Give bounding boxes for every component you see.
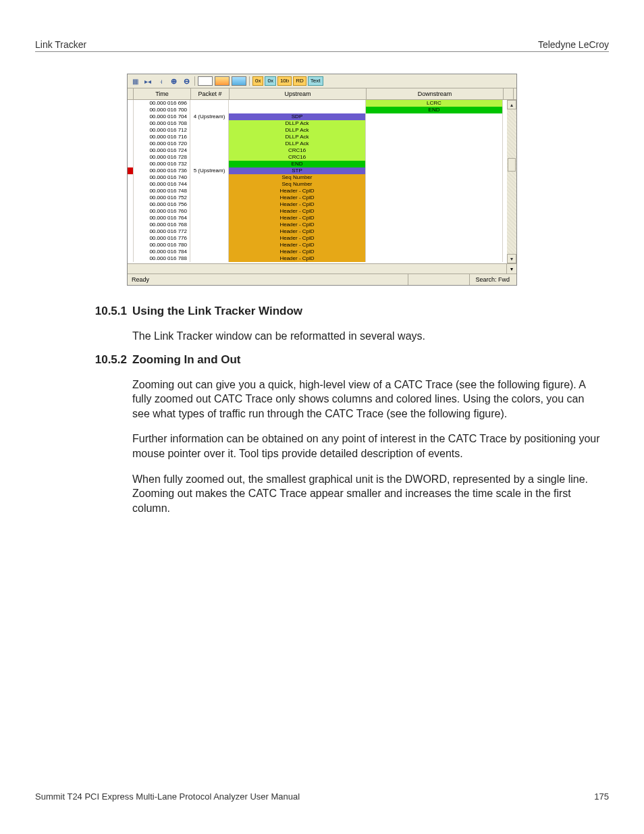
table-row[interactable]: 00.000 016 696LCRC <box>128 100 507 107</box>
hex-button-1[interactable]: 0x <box>252 76 263 86</box>
upstream-cell: Header - CplD <box>229 242 366 249</box>
upstream-cell: CRC16 <box>229 154 366 161</box>
table-row[interactable]: 00.000 016 744Seq Number <box>128 181 507 188</box>
table-row[interactable]: 00.000 016 7044 (Upstream)SDP <box>128 113 507 120</box>
row-marker <box>128 161 134 167</box>
grid-icon[interactable]: ▦ <box>129 76 141 86</box>
text-button[interactable]: Text <box>308 76 323 86</box>
paragraph: Zooming out can give you a quick, high-l… <box>132 377 603 421</box>
table-row[interactable]: 00.000 016 780Header - CplD <box>128 242 507 249</box>
table-row[interactable]: 00.000 016 748Header - CplD <box>128 188 507 194</box>
downstream-cell <box>366 208 503 215</box>
row-marker <box>128 134 134 140</box>
scroll-thumb[interactable] <box>508 158 516 172</box>
table-row[interactable]: 00.000 016 720DLLP Ack <box>128 140 507 147</box>
upstream-cell: Header - CplD <box>229 235 366 242</box>
packet-cell <box>190 120 229 127</box>
vertical-scrollbar[interactable]: ▴ ▾ <box>507 100 516 263</box>
packet-cell <box>190 174 229 181</box>
upstream-cell: END <box>229 161 366 167</box>
time-cell: 00.000 016 740 <box>134 174 190 181</box>
table-row[interactable]: 00.000 016 788Header - CplD <box>128 255 507 262</box>
packet-cell <box>190 194 229 201</box>
section-title: Zooming In and Out <box>132 353 241 367</box>
table-row[interactable]: 00.000 016 724CRC16 <box>128 147 507 154</box>
time-column-header[interactable]: Time <box>134 88 191 99</box>
upstream-cell: DLLP Ack <box>229 120 366 127</box>
table-row[interactable]: 00.000 016 784Header - CplD <box>128 249 507 255</box>
rd-button[interactable]: RD <box>293 76 306 86</box>
page-header: Link Tracker Teledyne LeCroy <box>35 39 609 52</box>
hex-button-2[interactable]: 0x <box>265 76 275 86</box>
separator <box>194 76 195 86</box>
time-cell: 00.000 016 716 <box>134 134 190 140</box>
section-number: 10.5.1 <box>35 305 132 318</box>
table-row[interactable]: 00.000 016 700END <box>128 107 507 113</box>
table-row[interactable]: 00.000 016 756Header - CplD <box>128 201 507 208</box>
link-tracker-window: ▦ ▸◂ ⫞ ⊕ ⊖ 0x 0x 10b RD Text Time Pa <box>127 74 517 286</box>
view-mode-2-button[interactable] <box>215 76 230 86</box>
upstream-cell: DLLP Ack <box>229 127 366 134</box>
downstream-cell <box>366 140 503 147</box>
packet-column-header[interactable]: Packet # <box>191 88 230 99</box>
upstream-cell: Header - CplD <box>229 255 366 262</box>
table-row[interactable]: 00.000 016 768Header - CplD <box>128 221 507 228</box>
view-mode-1-button[interactable] <box>198 76 213 86</box>
table-row[interactable]: 00.000 016 776Header - CplD <box>128 235 507 242</box>
zoom-in-icon[interactable]: ⊕ <box>167 76 180 86</box>
upstream-column-header[interactable]: Upstream <box>230 88 367 99</box>
table-row[interactable]: 00.000 016 732END <box>128 161 507 167</box>
packet-cell <box>190 107 229 113</box>
downstream-cell <box>366 167 503 174</box>
downstream-cell <box>366 215 503 221</box>
10b-button[interactable]: 10b <box>277 76 292 86</box>
downstream-cell <box>366 127 503 134</box>
scroll-right-button[interactable]: ▾ <box>506 264 516 273</box>
marker-column-header <box>128 88 134 99</box>
paragraph: When fully zoomed out, the smallest grap… <box>132 472 603 516</box>
table-row[interactable]: 00.000 016 752Header - CplD <box>128 194 507 201</box>
table-row[interactable]: 00.000 016 708DLLP Ack <box>128 120 507 127</box>
table-row[interactable]: 00.000 016 7365 (Upstream)STP <box>128 167 507 174</box>
downstream-cell <box>366 134 503 140</box>
marker-icon[interactable]: ▸◂ <box>142 76 154 86</box>
scroll-down-button[interactable]: ▾ <box>507 254 516 263</box>
downstream-cell <box>366 249 503 255</box>
upstream-cell: Header - CplD <box>229 215 366 221</box>
row-marker <box>128 107 134 113</box>
table-row[interactable]: 00.000 016 760Header - CplD <box>128 208 507 215</box>
time-cell: 00.000 016 736 <box>134 167 190 174</box>
table-row[interactable]: 00.000 016 740Seq Number <box>128 174 507 181</box>
packet-cell <box>190 181 229 188</box>
status-spacer <box>408 274 469 285</box>
view-mode-3-button[interactable] <box>232 76 246 86</box>
upstream-cell: STP <box>229 167 366 174</box>
columns-icon[interactable]: ⫞ <box>155 76 167 86</box>
time-cell: 00.000 016 732 <box>134 161 190 167</box>
downstream-column-header[interactable]: Downstream <box>367 88 504 99</box>
zoom-out-icon[interactable]: ⊖ <box>180 76 192 86</box>
row-marker <box>128 181 134 188</box>
row-marker <box>128 154 134 161</box>
table-row[interactable]: 00.000 016 712DLLP Ack <box>128 127 507 134</box>
downstream-cell <box>366 228 503 235</box>
horizontal-scrollbar[interactable]: ▾ <box>128 263 516 273</box>
packet-cell <box>190 127 229 134</box>
time-cell: 00.000 016 708 <box>134 120 190 127</box>
downstream-cell <box>366 188 503 194</box>
scroll-track[interactable] <box>507 109 516 254</box>
row-marker <box>128 174 134 181</box>
paragraph: Further information can be obtained on a… <box>132 432 603 461</box>
page-footer: Summit T24 PCI Express Multi-Lane Protoc… <box>35 791 609 802</box>
footer-left: Summit T24 PCI Express Multi-Lane Protoc… <box>35 791 300 802</box>
row-marker <box>128 215 134 221</box>
row-marker <box>128 228 134 235</box>
row-marker <box>128 249 134 255</box>
table-row[interactable]: 00.000 016 716DLLP Ack <box>128 134 507 140</box>
upstream-cell: Header - CplD <box>229 201 366 208</box>
table-row[interactable]: 00.000 016 764Header - CplD <box>128 215 507 221</box>
row-marker <box>128 120 134 127</box>
table-row[interactable]: 00.000 016 772Header - CplD <box>128 228 507 235</box>
table-row[interactable]: 00.000 016 728CRC16 <box>128 154 507 161</box>
scroll-up-button[interactable]: ▴ <box>507 100 516 109</box>
